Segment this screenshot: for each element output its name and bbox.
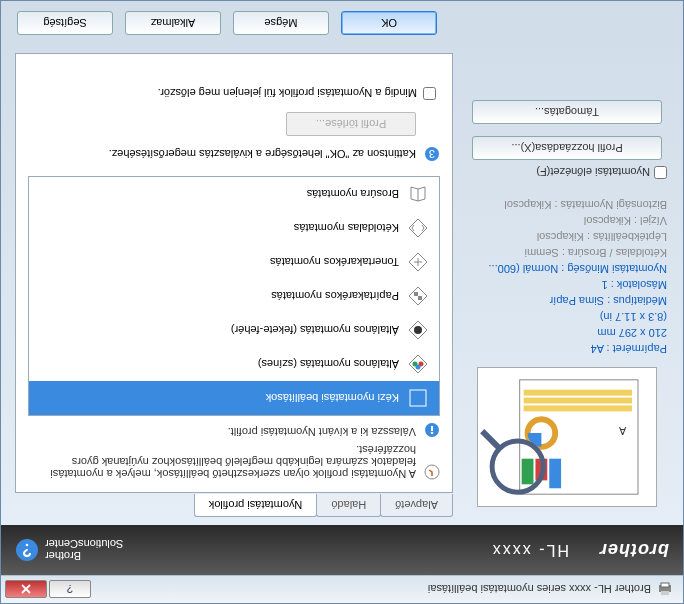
svg-point-24 xyxy=(416,365,421,370)
hint-text: A Nyomtatási profilok olyan szerkeszthet… xyxy=(28,444,416,480)
profiles-panel: A Nyomtatási profilok olyan szerkeszthet… xyxy=(15,53,453,493)
paper-save-icon xyxy=(407,285,429,307)
svg-text:3: 3 xyxy=(429,148,435,160)
page-preview: A xyxy=(477,367,657,507)
bw-print-icon xyxy=(407,319,429,341)
svg-point-25 xyxy=(414,326,422,334)
tab-strip: Alapvető Haladó Nyomtatási profilok xyxy=(195,494,453,517)
svg-rect-12 xyxy=(524,405,632,411)
print-preview-checkbox[interactable]: Nyomtatási előnézet(F) xyxy=(467,166,667,179)
svg-text:?: ? xyxy=(67,585,73,595)
dialog-footer: OK Mégse Alkalmaz Segítség xyxy=(1,11,683,35)
help-button[interactable]: ? xyxy=(49,581,91,599)
svg-rect-27 xyxy=(414,292,418,296)
printer-icon xyxy=(657,582,673,598)
clock-icon xyxy=(424,464,440,480)
hint-sub: Válassza ki a kívánt Nyomtatási profilt. xyxy=(228,426,416,438)
color-print-icon xyxy=(407,353,429,375)
ok-button[interactable]: OK xyxy=(341,11,437,35)
tab-profiles[interactable]: Nyomtatási profilok xyxy=(194,494,318,517)
always-show-checkbox[interactable]: Mindig a Nyomtatási profilok fül jelenje… xyxy=(28,87,436,100)
window-title: Brother HL- xxxx series nyomtatási beáll… xyxy=(93,584,651,596)
svg-rect-13 xyxy=(524,398,632,404)
list-item[interactable]: Általános nyomtatás (színes) xyxy=(29,347,439,381)
list-item[interactable]: Tonertakarékos nyomtatás xyxy=(29,245,439,279)
toner-save-icon xyxy=(407,251,429,273)
solutions-icon xyxy=(15,538,39,562)
duplex-icon xyxy=(407,217,429,239)
manual-icon xyxy=(407,387,429,409)
titlebar[interactable]: Brother HL- xxxx series nyomtatási beáll… xyxy=(1,575,683,603)
svg-point-5 xyxy=(26,544,29,547)
brand-header: brother HL- xxxx Brother SolutionsCenter xyxy=(1,525,683,575)
svg-rect-10 xyxy=(522,459,534,485)
list-item[interactable]: Kétoldalas nyomtatás xyxy=(29,211,439,245)
list-item[interactable]: Általános nyomtatás (fekete-fehér) xyxy=(29,313,439,347)
svg-rect-2 xyxy=(661,584,669,588)
support-button[interactable]: Támogatás... xyxy=(472,100,662,124)
ok-hint-text: Kattintson az "OK" lehetőségre a kiválas… xyxy=(109,148,416,160)
tab-basic[interactable]: Alapvető xyxy=(380,494,453,517)
svg-rect-20 xyxy=(431,426,433,431)
booklet-icon xyxy=(407,183,429,205)
cancel-button[interactable]: Mégse xyxy=(233,11,329,35)
svg-line-16 xyxy=(482,431,500,449)
svg-rect-21 xyxy=(410,390,426,406)
close-button[interactable] xyxy=(5,581,47,599)
add-profile-button[interactable]: Profil hozzáadása(X)... xyxy=(472,136,662,160)
delete-profile-button[interactable]: Profil törlése... xyxy=(286,112,416,136)
info-icon xyxy=(424,422,440,438)
svg-rect-8 xyxy=(549,459,561,489)
model-label: HL- xxxx xyxy=(491,541,569,559)
settings-summary: Papírméret : A4 210 x 297 mm (8.3 x 11.7… xyxy=(467,197,667,357)
step-icon: 3 xyxy=(424,146,440,162)
list-item[interactable]: Kézi nyomtatási beállítások xyxy=(29,381,439,415)
profile-list: Kézi nyomtatási beállítások Általános ny… xyxy=(28,176,440,416)
brand-logo: brother xyxy=(599,540,669,561)
print-settings-window: Brother HL- xxxx series nyomtatási beáll… xyxy=(0,0,684,604)
svg-rect-26 xyxy=(418,296,422,300)
apply-button[interactable]: Alkalmaz xyxy=(125,11,221,35)
left-panel: A Papírméret : A4 210 x 297 mm (8.3 x 11… xyxy=(459,53,675,517)
help-button[interactable]: Segítség xyxy=(17,11,113,35)
tab-advanced[interactable]: Haladó xyxy=(316,494,381,517)
list-item[interactable]: Brosúra nyomtatás xyxy=(29,177,439,211)
list-item[interactable]: Papírtakarékos nyomtatás xyxy=(29,279,439,313)
solutions-center-link[interactable]: Brother SolutionsCenter xyxy=(15,538,123,562)
svg-point-19 xyxy=(431,432,434,435)
svg-rect-1 xyxy=(661,592,669,596)
svg-text:A: A xyxy=(618,425,626,437)
svg-rect-14 xyxy=(524,390,632,396)
